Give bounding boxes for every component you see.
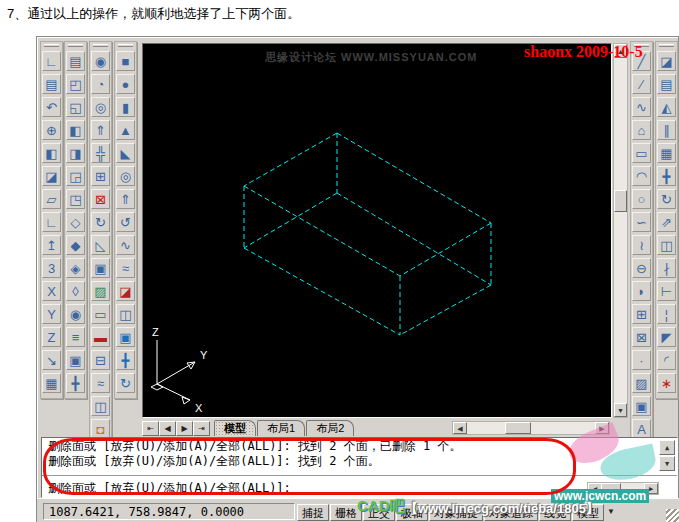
copy-edges-icon[interactable]: ▭ [91, 304, 110, 324]
extrude-faces-icon[interactable]: ⇑ [91, 120, 110, 140]
bottom-view-icon[interactable]: ◱ [66, 97, 85, 117]
tab-nav-first-icon[interactable]: ⇤ [142, 421, 159, 436]
taper-faces-icon[interactable]: ◺ [91, 235, 110, 255]
intersect-icon[interactable]: ◎ [91, 97, 110, 117]
plan-view-icon[interactable]: ≡ [66, 327, 85, 347]
ucs-ii-dialog-icon[interactable]: ▤ [42, 74, 61, 94]
ucs-view-icon[interactable]: ▱ [42, 189, 61, 209]
canvas-vertical-scrollbar[interactable]: ▲ ▼ [613, 43, 628, 418]
erase-icon[interactable]: ◪ [657, 51, 676, 71]
cylinder-icon[interactable]: ▮ [116, 97, 135, 117]
toolbar-grip[interactable] [659, 44, 674, 47]
ucs-x-icon[interactable]: X [42, 281, 61, 301]
ucs-apply-icon[interactable]: ↘ [42, 350, 61, 370]
rotate-faces-icon[interactable]: ↻ [91, 212, 110, 232]
polygon-icon[interactable]: ⌂ [632, 120, 651, 140]
horizontal-scroll-thumb[interactable] [505, 422, 531, 434]
scroll-down-icon[interactable]: ▼ [614, 403, 627, 417]
delete-faces-icon[interactable]: ⊠ [91, 189, 110, 209]
status-toggle-snap[interactable]: 捕捉 [297, 504, 329, 521]
make-block-icon[interactable]: ⊠ [632, 327, 651, 347]
cone-icon[interactable]: ▲ [116, 120, 135, 140]
ucs-icon[interactable]: ∟ [42, 51, 61, 71]
ucs-world-icon[interactable]: ⊕ [42, 120, 61, 140]
array-icon[interactable]: ▦ [657, 143, 676, 163]
tab-nav-prev-icon[interactable]: ◀ [159, 421, 176, 436]
slice-icon[interactable]: ◪ [116, 281, 135, 301]
subtract-icon[interactable]: ◔ [91, 74, 110, 94]
ellipse-icon[interactable]: ⊖ [632, 258, 651, 278]
toolbar-grip[interactable] [118, 44, 133, 47]
explode-icon[interactable]: ∗ [657, 373, 676, 393]
point-icon[interactable]: · [632, 350, 651, 370]
sw-isometric-view-icon[interactable]: ◇ [66, 212, 85, 232]
construction-line-icon[interactable]: ∕ [632, 74, 651, 94]
revolve-icon[interactable]: ↺ [116, 212, 135, 232]
camera-icon[interactable]: ◉ [66, 304, 85, 324]
insert-block-icon[interactable]: ⊞ [632, 304, 651, 324]
top-view-icon[interactable]: ◰ [66, 74, 85, 94]
command-scrollbar[interactable]: ▲ ▼ [659, 440, 675, 472]
front-view-icon[interactable]: ◲ [66, 166, 85, 186]
scroll-up-icon[interactable]: ▲ [659, 440, 675, 455]
chamfer-icon[interactable]: ◤ [657, 327, 676, 347]
ucs-3-point-icon[interactable]: 3 [42, 258, 61, 278]
extend-icon[interactable]: ⊢ [657, 281, 676, 301]
separate-icon[interactable]: ◫ [91, 396, 110, 416]
revision-cloud-icon[interactable]: ∽ [632, 212, 651, 232]
toolbar-grip[interactable] [93, 44, 108, 47]
ellipse-arc-icon[interactable]: ◗ [632, 281, 651, 301]
arc-icon[interactable]: ◠ [632, 166, 651, 186]
shell-icon[interactable]: ◘ [91, 419, 110, 439]
clean-icon[interactable]: ≈ [91, 373, 110, 393]
trim-icon[interactable]: ∤ [657, 258, 676, 278]
ucs-origin-icon[interactable]: ∟ [42, 212, 61, 232]
rotate-icon[interactable]: ↻ [657, 189, 676, 209]
box-icon[interactable]: ■ [116, 51, 135, 71]
move-icon[interactable]: ╋ [657, 166, 676, 186]
interfere-icon[interactable]: ▣ [116, 327, 135, 347]
ucs-z-icon[interactable]: Z [42, 327, 61, 347]
copy-faces-icon[interactable]: ▣ [91, 258, 110, 278]
rectangle-icon[interactable]: ▭ [632, 143, 651, 163]
offset-faces-icon[interactable]: ⊞ [91, 166, 110, 186]
sweep-icon[interactable]: ∿ [116, 235, 135, 255]
offset-icon[interactable]: ∥ [657, 120, 676, 140]
ucs-previous-icon[interactable]: ↶ [42, 97, 61, 117]
ucs-y-icon[interactable]: Y [42, 304, 61, 324]
tab-nav-last-icon[interactable]: ⇥ [193, 421, 210, 436]
wireframe-box[interactable] [244, 133, 491, 335]
copy-icon[interactable]: ▤ [657, 74, 676, 94]
ucs-z-axis-vector-icon[interactable]: ↥ [42, 235, 61, 255]
region-icon[interactable]: ▣ [632, 396, 651, 416]
section-icon[interactable]: ◫ [116, 304, 135, 324]
spline-icon[interactable]: ≀ [632, 235, 651, 255]
tab-model[interactable]: 模型 [214, 420, 256, 436]
drawing-canvas[interactable]: Z Y X 思缘设计论坛 WWW.MISSYUAN.COM [142, 43, 612, 418]
scroll-down-icon[interactable]: ▼ [659, 456, 675, 471]
back-view-icon[interactable]: ◳ [66, 189, 85, 209]
ucs-icon-style-icon[interactable]: ▣ [66, 350, 85, 370]
color-faces-icon[interactable]: ▨ [91, 281, 110, 301]
ucs-object-icon[interactable]: ◧ [42, 143, 61, 163]
ne-isometric-view-icon[interactable]: ◈ [66, 258, 85, 278]
scroll-left-icon[interactable]: ◀ [453, 422, 467, 434]
sphere-icon[interactable]: ● [116, 74, 135, 94]
tab-layout2[interactable]: 布局2 [306, 420, 354, 436]
hatch-icon[interactable]: ▨ [632, 373, 651, 393]
scale-icon[interactable]: ⇗ [657, 212, 676, 232]
extrude-icon[interactable]: ⇑ [116, 189, 135, 209]
move-faces-icon[interactable]: ╬ [91, 143, 110, 163]
stretch-icon[interactable]: ◫ [657, 235, 676, 255]
toolbar-grip[interactable] [44, 44, 59, 47]
left-view-icon[interactable]: ◧ [66, 120, 85, 140]
named-views-icon[interactable]: ▤ [66, 51, 85, 71]
se-isometric-view-icon[interactable]: ◆ [66, 235, 85, 255]
right-view-icon[interactable]: ◨ [66, 143, 85, 163]
polyline-icon[interactable]: ∿ [632, 97, 651, 117]
tab-layout1[interactable]: 布局1 [257, 420, 305, 436]
tab-nav-next-icon[interactable]: ▶ [176, 421, 193, 436]
ucs-face-icon[interactable]: ◪ [42, 166, 61, 186]
named-ucs-icon[interactable]: ▦ [42, 373, 61, 393]
text-icon[interactable]: A [632, 419, 651, 439]
